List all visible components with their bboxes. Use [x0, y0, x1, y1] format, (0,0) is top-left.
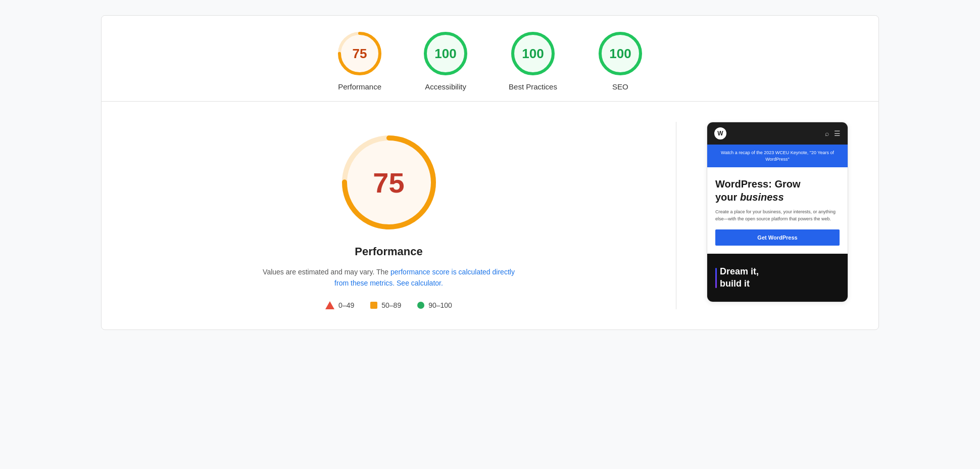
score-legend: 0–49 50–89 90–100: [325, 301, 452, 309]
phone-cta-button[interactable]: Get WordPress: [715, 229, 840, 246]
phone-banner: Watch a recap of the 2023 WCEU Keynote, …: [707, 145, 848, 167]
phone-mockup: W ⌕ ☰ Watch a recap of the 2023 WCEU Key…: [707, 122, 848, 302]
content-area: 75 Performance Values are estimated and …: [102, 102, 878, 330]
fail-icon: [325, 301, 334, 309]
hero-text: Dream it, build it: [720, 266, 759, 290]
seo-circle: 100: [598, 31, 643, 76]
phone-nav: W ⌕ ☰: [707, 122, 848, 145]
left-panel: 75 Performance Values are estimated and …: [132, 122, 646, 309]
seo-score-label: SEO: [612, 82, 628, 91]
menu-icon: ☰: [834, 129, 841, 137]
right-panel: W ⌕ ☰ Watch a recap of the 2023 WCEU Key…: [707, 122, 848, 302]
performance-score-value: 75: [353, 46, 367, 62]
search-icon: ⌕: [825, 129, 829, 137]
accessibility-circle: 100: [423, 31, 468, 76]
pass-icon: [417, 302, 424, 309]
large-performance-circle: 75: [338, 132, 439, 233]
large-performance-value: 75: [373, 166, 404, 199]
phone-headline: WordPress: Grow your business: [715, 177, 840, 204]
average-range: 50–89: [381, 301, 401, 309]
accessibility-score-value: 100: [434, 46, 456, 62]
fail-range: 0–49: [338, 301, 354, 309]
performance-circle: 75: [337, 31, 382, 76]
phone-banner-text: Watch a recap of the 2023 WCEU Keynote, …: [713, 150, 842, 162]
wp-logo: W: [714, 127, 726, 139]
accessibility-score-label: Accessibility: [425, 82, 466, 91]
performance-score-label: Performance: [338, 82, 381, 91]
hero-bar-left: [715, 268, 717, 288]
score-item-performance: 75 Performance: [337, 31, 382, 91]
phone-hero: Dream it, build it: [707, 254, 848, 302]
best-practices-score-value: 100: [522, 46, 544, 62]
phone-nav-icons: ⌕ ☰: [825, 129, 841, 137]
average-icon: [370, 302, 377, 309]
score-item-seo: 100 SEO: [598, 31, 643, 91]
best-practices-circle: 100: [510, 31, 556, 76]
legend-item-fail: 0–49: [325, 301, 354, 309]
phone-content: WordPress: Grow your business Create a p…: [707, 167, 848, 254]
large-performance-label: Performance: [355, 245, 423, 258]
phone-body: Create a place for your business, your i…: [715, 209, 840, 222]
vertical-divider: [676, 122, 676, 309]
main-container: 75 Performance 100 Accessibility: [101, 15, 879, 330]
hero-bars: [715, 268, 717, 288]
seo-score-value: 100: [609, 46, 631, 62]
legend-item-pass: 90–100: [417, 301, 452, 309]
score-description: Values are estimated and may vary. The p…: [263, 266, 515, 289]
score-item-best-practices: 100 Best Practices: [509, 31, 557, 91]
calculator-link[interactable]: See calculator.: [397, 279, 443, 287]
best-practices-score-label: Best Practices: [509, 82, 557, 91]
scores-row: 75 Performance 100 Accessibility: [102, 16, 878, 102]
score-item-accessibility: 100 Accessibility: [423, 31, 468, 91]
legend-item-average: 50–89: [370, 301, 401, 309]
pass-range: 90–100: [428, 301, 452, 309]
